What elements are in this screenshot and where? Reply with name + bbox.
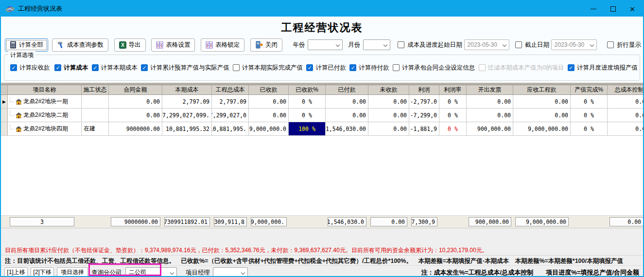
export-button[interactable]: X 导出 — [114, 38, 146, 52]
row-selector[interactable] — [1, 122, 8, 135]
col-profit[interactable]: 利润 — [409, 85, 439, 94]
option-calc-budget-vs-actual[interactable]: 计算累计预算产值与实际产值 — [141, 64, 229, 72]
tree-connector — [10, 97, 14, 102]
table-settings-icon — [156, 41, 163, 49]
payment-status-text: 目前所有项目累计应付款（不包括保证金、垫资款）：9,374,989,974.16… — [5, 246, 641, 255]
col-cost-control[interactable]: 总成本控制 — [608, 85, 644, 94]
chevron-down-icon — [170, 271, 174, 275]
col-output-pct[interactable]: 产值完成% — [571, 85, 608, 94]
table-row[interactable]: 龙鼎2#2地块二期 0.00 7,299,027,099. 7,299,027,… — [1, 109, 643, 122]
month-select[interactable] — [363, 39, 390, 50]
option-calc-pending-pay[interactable]: 计算待付款 — [349, 64, 389, 72]
project-select-button[interactable]: 项目选择 — [57, 267, 88, 277]
table-lock-icon — [206, 41, 213, 49]
col-contract[interactable]: 合同金额 — [109, 85, 162, 94]
row-selector[interactable] — [1, 109, 8, 122]
home-icon — [16, 112, 22, 118]
table-row[interactable]: 龙鼎2#2地块四期 在建 9000000.00 10,881,995.32 10… — [1, 122, 643, 136]
chevron-down-icon — [241, 271, 245, 275]
home-icon — [16, 126, 22, 132]
table-settings-button[interactable]: 表格设置 — [151, 38, 195, 52]
hammer-icon — [57, 41, 65, 49]
option-calc-paid[interactable]: 计算已付款 — [306, 64, 346, 72]
statistics-note-text: 注：目前该统计不包括员工借还款、工资、工程借还款等信息。 已收款%=（已收款+含… — [5, 257, 641, 265]
summary-total-cost: 7,309,911,8 — [214, 217, 247, 226]
option-calc-period-cost[interactable]: 计算本期成本 — [92, 64, 138, 72]
summary-contract: 9000000.00 — [111, 217, 160, 226]
move-up-button[interactable]: [1]上移 — [4, 267, 28, 277]
option-calc-actual-output[interactable]: 计算本期实际完成产值 — [233, 64, 303, 72]
minimize-icon[interactable] — [584, 1, 603, 17]
col-paid[interactable]: 已付款 — [326, 85, 368, 94]
excel-icon: X — [119, 41, 126, 49]
calculator-icon — [10, 41, 17, 49]
door-icon — [255, 41, 263, 49]
app-window: 工程经营状况表 × 工程经营状况表 计算全部 成本查询参数 — [0, 0, 644, 277]
option-calc-contract-info[interactable]: 计算承包合同企业设定信息 — [393, 64, 475, 72]
summary-period-cost: 7309911892.01 — [164, 217, 210, 226]
title-bar: 工程经营状况表 × — [1, 1, 643, 17]
summary-count: 3 — [10, 217, 74, 226]
col-invoiced[interactable]: 开出发票 — [467, 85, 513, 94]
table-row[interactable]: ▶ 龙鼎2#2地块一期 0.00 2,797.09 2,797.09 0.00 … — [1, 95, 643, 109]
grid-header: 项目名称 施工状态 合同金额 本期成本 工程总成本 已收款 已收款% 已付款 未… — [1, 85, 643, 95]
summary-received: 9,000,000. — [251, 217, 287, 226]
globe-icon — [6, 5, 14, 13]
start-date-select[interactable]: 2023-05-30 — [464, 39, 510, 50]
col-unreceived[interactable]: 未收款 — [368, 85, 409, 94]
calc-options-group: 计算选项 计算应收款 计算成本 计算本期成本 计算累计预算产值与实际产值 计算本… — [4, 55, 640, 81]
move-down-button[interactable]: [2]下移 — [31, 267, 54, 277]
summary-cost-control: 0.00 — [609, 217, 644, 226]
end-date-checkbox[interactable] — [515, 41, 522, 48]
svg-text:X: X — [121, 42, 124, 48]
col-period-cost[interactable]: 本期成本 — [162, 85, 212, 94]
formula-note-text: 注：成本发生%=工程总成本/总成本控制 项目进度%=填报总产值/合同金额 — [421, 268, 639, 277]
summary-receivable: 9,000,000.00 — [515, 217, 569, 226]
col-total-cost[interactable]: 工程总成本 — [212, 85, 249, 94]
top-panel: 工程经营状况表 计算全部 成本查询参数 X 导出 — [1, 17, 643, 83]
tree-connector — [10, 124, 14, 129]
col-project-name[interactable]: 项目名称 — [8, 85, 82, 94]
col-received-pct[interactable]: 已收款% — [289, 85, 326, 94]
close-icon[interactable]: × — [623, 1, 642, 17]
grid-empty-area — [1, 136, 643, 216]
wrap-lines-label: 折行显示 — [617, 41, 641, 49]
wrap-lines-checkbox[interactable] — [607, 41, 614, 48]
close-form-button[interactable]: 关闭 — [250, 38, 282, 52]
summary-paid: 1,546,030.0 — [328, 217, 366, 226]
table-lock-button[interactable]: 表格锁定 — [201, 38, 244, 52]
option-calc-monthly-progress[interactable]: 计算月度进度填报产值 — [568, 64, 638, 72]
window-title: 工程经营状况表 — [18, 4, 62, 13]
branch-select[interactable]: 二公司 — [125, 267, 177, 277]
chevron-down-icon — [590, 43, 593, 47]
summary-invoiced: 900,000.00 — [469, 217, 511, 226]
bottom-toolbar: [1]上移 [2]下移 项目选择 查询分公司 二公司 项目经理 注：成本发生%=… — [1, 265, 643, 276]
start-date-checkbox[interactable] — [398, 41, 404, 48]
end-date-select[interactable]: 2023-05-30 — [551, 39, 597, 50]
tree-connector — [10, 111, 14, 116]
month-label: 月份 — [348, 41, 360, 49]
manager-select[interactable] — [213, 267, 248, 277]
option-calc-cost[interactable]: 计算成本 — [54, 64, 88, 72]
col-status[interactable]: 施工状态 — [82, 85, 109, 94]
option-calc-receivables[interactable]: 计算应收款 — [10, 64, 50, 72]
chevron-down-icon — [503, 43, 506, 47]
cost-query-params-button[interactable]: 成本查询参数 — [52, 38, 108, 52]
highlighted-cell[interactable]: 100 % — [289, 122, 326, 135]
calc-all-button[interactable]: 计算全部 — [5, 38, 48, 52]
divider — [1, 255, 643, 256]
start-date-label: 成本及进度起始日期 — [407, 41, 462, 49]
footer-area: 目前所有项目累计应付款（不包括保证金、垫资款）：9,374,989,974.16… — [1, 228, 643, 276]
row-selector[interactable]: ▶ — [1, 95, 8, 108]
year-select[interactable] — [308, 39, 342, 50]
page-title: 工程经营状况表 — [1, 20, 643, 35]
toolbar: 计算全部 成本查询参数 X 导出 表格设置 — [5, 38, 641, 52]
current-row-arrow-icon: ▶ — [2, 99, 6, 104]
home-icon — [16, 99, 22, 105]
col-profit-rate[interactable]: 利润率 — [439, 85, 467, 94]
summary-unreceived: 0.00 — [370, 217, 407, 226]
summary-profit: -7,300,9 — [411, 217, 437, 226]
maximize-icon[interactable] — [603, 1, 623, 17]
col-received[interactable]: 已收款 — [249, 85, 289, 94]
col-receivable[interactable]: 应收工程款 — [513, 85, 571, 94]
